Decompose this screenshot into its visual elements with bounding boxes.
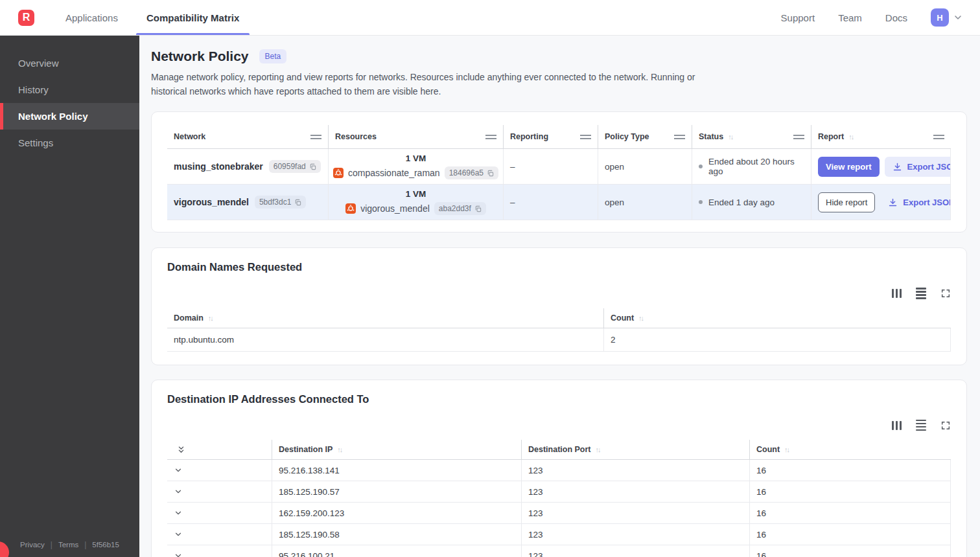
sort-icon[interactable]: ↑↓	[784, 446, 789, 453]
table-row: vigorous_mendel 5bdf3dc1 1 VM vig	[167, 185, 951, 220]
table-row: ntp.ubuntu.com 2	[167, 328, 951, 352]
status-cell: Ended about 20 hours ago	[692, 149, 811, 184]
expand-row-cell	[167, 481, 272, 502]
terms-link[interactable]: Terms	[58, 541, 78, 549]
port-cell: 123	[521, 503, 749, 523]
column-resize-handle[interactable]	[793, 135, 804, 139]
vm-id-chip: 184696a5	[445, 166, 498, 179]
column-resize-handle[interactable]	[580, 135, 591, 139]
column-resize-handle[interactable]	[485, 135, 496, 139]
col-count: Count ↑↓	[603, 308, 951, 328]
support-link[interactable]: Support	[781, 12, 815, 23]
copy-icon[interactable]	[294, 199, 301, 206]
resources-cell: 1 VM vigorous_mendel aba2dd3f	[328, 185, 503, 220]
network-policy-card: Network Resources Reporting Policy Type …	[151, 111, 967, 233]
count-cell: 2	[603, 328, 950, 351]
col-domain: Domain ↑↓	[167, 308, 603, 328]
sort-icon[interactable]: ↑↓	[596, 446, 600, 453]
chevron-down-icon[interactable]	[174, 551, 183, 557]
ip-table-header: Destination IP ↑↓ Destination Port ↑↓ Co…	[167, 440, 951, 460]
col-reporting: Reporting	[503, 125, 598, 148]
sort-icon[interactable]: ↑↓	[848, 133, 853, 141]
status-dot	[699, 165, 703, 168]
user-menu[interactable]: H	[931, 8, 963, 27]
sort-icon[interactable]: ↑↓	[208, 314, 213, 322]
domain-cell: ntp.ubuntu.com	[167, 328, 603, 351]
ubuntu-icon	[333, 168, 344, 178]
policy-table: Network Resources Reporting Policy Type …	[167, 125, 951, 220]
sort-icon[interactable]: ↑↓	[337, 446, 342, 453]
expand-row-cell	[167, 503, 272, 523]
sidebar-item-network-policy[interactable]: Network Policy	[0, 103, 139, 130]
vm-id-chip: aba2dd3f	[434, 202, 486, 215]
double-chevron-icon[interactable]	[176, 445, 186, 455]
table-row: 185.125.190.58 123 16	[167, 524, 951, 545]
sidebar-nav: Overview History Network Policy Settings	[0, 36, 139, 156]
tab-compatibility-matrix[interactable]: Compatibility Matrix	[139, 0, 247, 35]
network-name: vigorous_mendel	[174, 197, 249, 207]
topbar-right: Support Team Docs H	[781, 8, 980, 27]
vm-line: compassionate_raman 184696a5	[333, 166, 498, 179]
col-policy-type: Policy Type	[598, 125, 692, 148]
status-dot	[699, 200, 703, 204]
hide-report-button[interactable]: Hide report	[818, 192, 875, 212]
export-json-button[interactable]: Export JSON	[885, 157, 950, 177]
count-cell: 16	[749, 545, 950, 557]
app-logo[interactable]: R	[18, 10, 34, 26]
tab-applications[interactable]: Applications	[58, 0, 126, 35]
sidebar-footer: Privacy | Terms | 5f56b15	[0, 540, 139, 557]
copy-icon[interactable]	[309, 163, 316, 170]
fullscreen-icon[interactable]	[940, 420, 951, 431]
expand-all-header	[167, 440, 272, 459]
privacy-link[interactable]: Privacy	[20, 541, 45, 549]
col-count: Count ↑↓	[749, 440, 951, 459]
sidebar-item-settings[interactable]: Settings	[0, 130, 139, 156]
copy-icon[interactable]	[487, 170, 494, 177]
copy-icon[interactable]	[474, 205, 482, 212]
network-id-chip: 60959fad	[269, 160, 321, 173]
docs-link[interactable]: Docs	[885, 12, 907, 23]
domain-table-header: Domain ↑↓ Count ↑↓	[167, 308, 951, 328]
column-resize-handle[interactable]	[933, 135, 944, 139]
chevron-down-icon[interactable]	[174, 530, 183, 539]
sort-icon[interactable]: ↑↓	[728, 133, 732, 141]
export-json-button[interactable]: Export JSON	[880, 192, 950, 212]
chevron-down-icon[interactable]	[174, 487, 183, 496]
page-title: Network Policy	[151, 49, 249, 64]
count-cell: 16	[749, 503, 950, 523]
row-density-icon[interactable]	[916, 288, 926, 299]
expand-row-cell	[167, 460, 272, 481]
sidebar: Overview History Network Policy Settings…	[0, 36, 139, 557]
table-toolbar	[167, 420, 951, 431]
status-cell: Ended 1 day ago	[692, 185, 811, 220]
vm-name: vigorous_mendel	[360, 203, 430, 214]
fullscreen-icon[interactable]	[940, 288, 951, 299]
page-description: Manage network policy, reporting and vie…	[151, 71, 721, 98]
columns-icon[interactable]	[892, 421, 902, 430]
team-link[interactable]: Team	[838, 12, 862, 23]
sidebar-item-overview[interactable]: Overview	[0, 50, 139, 76]
table-row: 95.216.100.21 123 16	[167, 545, 951, 557]
policy-type-cell: open	[598, 149, 692, 184]
chevron-down-icon[interactable]	[174, 508, 183, 517]
download-icon	[888, 198, 898, 207]
avatar[interactable]: H	[931, 8, 949, 27]
reporting-cell: –	[503, 185, 598, 220]
table-row: 95.216.138.141 123 16	[167, 460, 951, 481]
chevron-down-icon[interactable]	[174, 466, 183, 475]
column-resize-handle[interactable]	[674, 135, 685, 139]
sort-icon[interactable]: ↑↓	[638, 314, 643, 322]
columns-icon[interactable]	[892, 289, 902, 298]
sidebar-item-history[interactable]: History	[0, 76, 139, 103]
ip-table: Destination IP ↑↓ Destination Port ↑↓ Co…	[167, 440, 951, 557]
count-cell: 16	[749, 524, 950, 545]
column-resize-handle[interactable]	[310, 135, 321, 139]
ip-cell: 185.125.190.58	[272, 524, 521, 545]
policy-table-header: Network Resources Reporting Policy Type …	[167, 125, 951, 149]
view-report-button[interactable]: View report	[818, 157, 880, 177]
row-density-icon[interactable]	[916, 420, 926, 431]
report-cell: Hide report Export JSON	[811, 185, 950, 220]
policy-type-cell: open	[598, 185, 692, 220]
vm-count: 1 VM	[406, 153, 426, 163]
beta-badge: Beta	[259, 49, 287, 63]
